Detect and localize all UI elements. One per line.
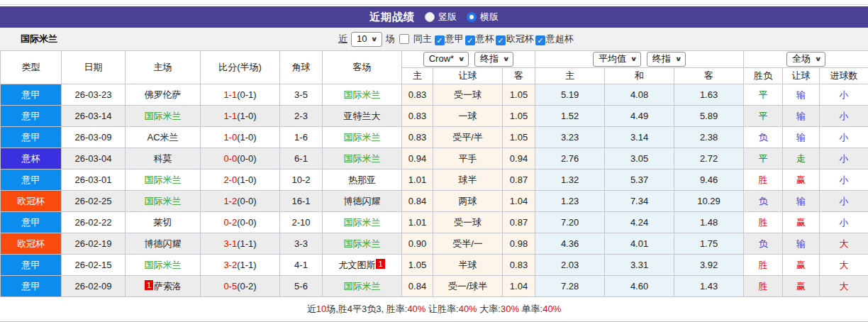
handicap-cell: 一球 — [433, 106, 503, 127]
halftime-score: (0-2) — [237, 281, 256, 292]
date-cell: 26-02-25 — [62, 191, 126, 212]
away-odds-cell: 1.05 — [503, 84, 535, 106]
competition-checkbox[interactable]: ✓ — [535, 35, 545, 45]
goals-cell: 小 — [820, 148, 868, 170]
home-team-cell: AC米兰 — [126, 127, 201, 148]
chevron-down-icon: ∨ — [675, 55, 682, 62]
handicap-result-cell: 输 — [783, 127, 820, 148]
home-odds-cell: 0.83 — [402, 84, 433, 106]
goals-cell: 小 — [820, 191, 868, 212]
score-cell: 1-0(1-0) — [201, 127, 280, 148]
handicap-result-cell: 走 — [783, 148, 820, 170]
col-header-avg-away: 客 — [674, 68, 744, 84]
handicap-cell: 两球 — [433, 191, 503, 212]
competition-checkbox[interactable]: ✓ — [496, 35, 506, 45]
col-header-handicap-result: 让球 — [783, 68, 820, 84]
europe-avg-select[interactable]: 平均值 ∨ — [593, 52, 641, 67]
summary-segment: 近 — [307, 304, 316, 314]
team-name: 萨索洛 — [154, 281, 182, 292]
handicap-result-cell: 赢 — [783, 255, 820, 276]
team-name: 科莫 — [154, 153, 172, 164]
home-odds-cell: 0.94 — [402, 148, 433, 170]
table-row: 意甲26-02-22莱切0-2(0-0)2-10国际米兰1.01受一球0.877… — [1, 212, 868, 233]
col-header-score: 比分(半场) — [201, 51, 280, 84]
goals-cell: 小 — [820, 212, 868, 233]
chevron-down-icon: ∨ — [630, 55, 638, 62]
avg-draw-cell: 3.14 — [605, 127, 674, 148]
odds-source-select[interactable]: Crow* ∨ — [423, 52, 469, 67]
away-odds-cell: 1.04 — [503, 191, 535, 212]
home-odds-cell: 0.90 — [402, 233, 433, 255]
team-name: 国际米兰 — [344, 238, 381, 249]
competition-checkbox[interactable]: ✓ — [435, 35, 445, 45]
away-team-cell: 热那亚 — [323, 170, 402, 191]
competition-filters: ✓意甲✓意杯✓欧冠杯✓意超杯 — [433, 33, 574, 45]
fulltime-score: 3-2 — [223, 260, 237, 270]
col-header-away: 客场 — [323, 51, 402, 84]
goals-cell: 大 — [820, 255, 868, 276]
date-cell: 26-02-15 — [62, 255, 126, 276]
europe-time-select[interactable]: 终指 ∨ — [647, 52, 686, 67]
summary-text: 近10场,胜4平3负3, 胜率:40% 让胜率:40% 大率:30% 单率:40… — [307, 303, 561, 316]
avg-draw-cell: 4.60 — [605, 276, 674, 297]
same-home-checkbox[interactable] — [399, 34, 409, 44]
competition-checkbox[interactable]: ✓ — [465, 35, 475, 45]
goals-cell: 小 — [820, 127, 868, 148]
corner-cell: 2-10 — [280, 212, 323, 233]
odds-time-select[interactable]: 终指 ∨ — [474, 52, 513, 67]
home-team-cell: 国际米兰 — [126, 106, 201, 127]
home-odds-cell: 0.84 — [402, 191, 433, 212]
title-bar: 近期战绩 竖版 横版 — [0, 6, 868, 28]
layout-radio-horizontal-label: 横版 — [480, 11, 499, 23]
fulltime-score: 0-2 — [223, 217, 237, 228]
date-cell: 26-03-01 — [62, 170, 126, 191]
col-header-goals: 进球数 — [820, 68, 868, 84]
halftime-score: (1-0) — [237, 174, 256, 185]
col-header-handicap: 让球 — [433, 68, 503, 84]
team-name: 博德闪耀 — [344, 196, 381, 206]
table-row: 意甲26-02-091萨索洛0-5(0-2)5-6国际米兰0.84受一/球半1.… — [1, 276, 868, 297]
result-cell: 平 — [744, 148, 783, 170]
away-team-cell: 国际米兰 — [323, 233, 402, 255]
handicap-result-cell: 输 — [783, 191, 820, 212]
result-cell: 负 — [744, 127, 783, 148]
col-header-avg-draw: 和 — [605, 68, 674, 84]
layout-radio-vertical[interactable]: 竖版 — [425, 11, 457, 23]
layout-radio-horizontal[interactable]: 横版 — [467, 11, 499, 23]
competition-label: 欧冠杯 — [506, 33, 534, 44]
halftime-score: (1-0) — [237, 132, 256, 143]
recent-link[interactable]: 近 — [338, 33, 347, 45]
summary-segment: 单率: — [519, 304, 542, 314]
team-name: 国际米兰 — [145, 174, 182, 185]
radio-checked-icon — [467, 12, 477, 22]
score-cell: 1-1(1-0) — [201, 106, 280, 127]
avg-away-cell: 1.75 — [674, 233, 744, 255]
league-cell: 意甲 — [1, 276, 62, 297]
avg-away-cell: 10.29 — [674, 191, 744, 212]
home-odds-cell: 0.83 — [402, 127, 433, 148]
recent-games-select[interactable]: 10 ∨ — [351, 32, 382, 47]
team-name: AC米兰 — [147, 132, 178, 143]
away-team-cell: 国际米兰 — [323, 148, 402, 170]
away-odds-cell: 0.94 — [503, 148, 535, 170]
table-row: 意甲26-03-14国际米兰1-1(1-0)2-3亚特兰大0.83一球1.051… — [1, 106, 868, 127]
league-cell: 意甲 — [1, 255, 62, 276]
col-header-home: 主场 — [126, 51, 201, 84]
avg-home-cell: 2.76 — [535, 148, 605, 170]
summary-segment: 30% — [501, 304, 519, 314]
scope-select[interactable]: 全场 ∨ — [786, 52, 825, 67]
avg-draw-cell: 4.01 — [605, 233, 674, 255]
red-card-badge: 1 — [145, 280, 153, 290]
radio-unchecked-icon — [425, 12, 435, 22]
corner-cell: 2-3 — [280, 106, 323, 127]
col-header-date: 日期 — [62, 51, 126, 84]
competition-label: 意超杯 — [546, 33, 574, 44]
team-name: 国际米兰 — [145, 111, 182, 121]
away-odds-cell: 0.98 — [503, 233, 535, 255]
avg-away-cell: 9.46 — [674, 170, 744, 191]
avg-draw-cell: 3.05 — [605, 148, 674, 170]
corner-cell: 10-2 — [280, 170, 323, 191]
fulltime-score: 2-0 — [223, 174, 237, 185]
avg-away-cell: 1.43 — [674, 276, 744, 297]
team-name: 国际米兰 — [344, 217, 381, 228]
